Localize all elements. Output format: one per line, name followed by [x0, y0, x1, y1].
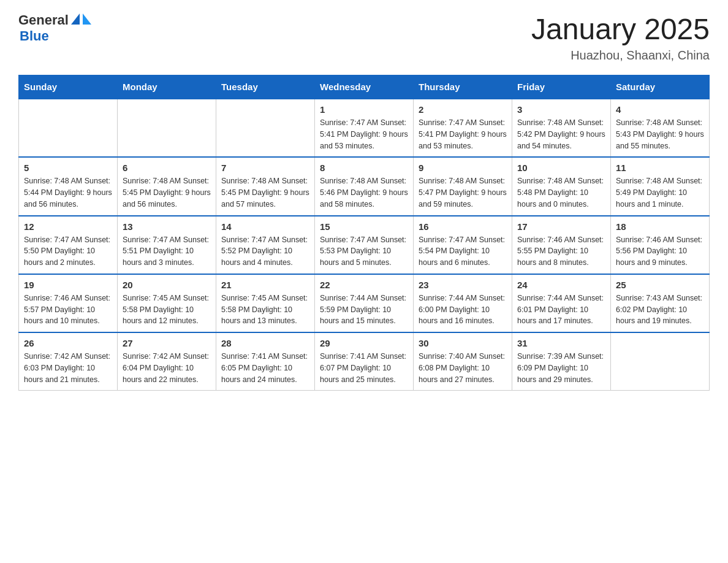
- calendar-cell: 24Sunrise: 7:44 AM Sunset: 6:01 PM Dayli…: [512, 274, 611, 332]
- day-info: Sunrise: 7:44 AM Sunset: 5:59 PM Dayligh…: [320, 293, 408, 327]
- day-number: 1: [320, 104, 408, 115]
- calendar-cell: 5Sunrise: 7:48 AM Sunset: 5:44 PM Daylig…: [19, 157, 118, 215]
- calendar-cell: 11Sunrise: 7:48 AM Sunset: 5:49 PM Dayli…: [611, 157, 710, 215]
- day-info: Sunrise: 7:40 AM Sunset: 6:08 PM Dayligh…: [419, 351, 507, 385]
- header-monday: Monday: [118, 75, 216, 99]
- day-number: 13: [123, 221, 211, 232]
- calendar-week-row: 5Sunrise: 7:48 AM Sunset: 5:44 PM Daylig…: [19, 157, 710, 215]
- day-info: Sunrise: 7:42 AM Sunset: 6:03 PM Dayligh…: [24, 351, 112, 385]
- logo: General Blue: [18, 12, 91, 44]
- day-info: Sunrise: 7:41 AM Sunset: 6:07 PM Dayligh…: [320, 351, 408, 385]
- day-info: Sunrise: 7:47 AM Sunset: 5:53 PM Dayligh…: [320, 234, 408, 269]
- calendar-cell: 18Sunrise: 7:46 AM Sunset: 5:56 PM Dayli…: [611, 216, 710, 274]
- calendar-cell: 2Sunrise: 7:47 AM Sunset: 5:41 PM Daylig…: [414, 99, 512, 157]
- calendar-cell: 25Sunrise: 7:43 AM Sunset: 6:02 PM Dayli…: [611, 274, 710, 332]
- calendar-week-row: 12Sunrise: 7:47 AM Sunset: 5:50 PM Dayli…: [19, 216, 710, 274]
- calendar-cell: 23Sunrise: 7:44 AM Sunset: 6:00 PM Dayli…: [414, 274, 512, 332]
- header-tuesday: Tuesday: [216, 75, 315, 99]
- calendar-cell: 27Sunrise: 7:42 AM Sunset: 6:04 PM Dayli…: [118, 332, 216, 391]
- day-info: Sunrise: 7:39 AM Sunset: 6:09 PM Dayligh…: [517, 351, 605, 385]
- calendar-cell: 16Sunrise: 7:47 AM Sunset: 5:54 PM Dayli…: [414, 216, 512, 274]
- day-number: 17: [517, 221, 605, 232]
- day-info: Sunrise: 7:48 AM Sunset: 5:46 PM Dayligh…: [320, 175, 408, 210]
- day-info: Sunrise: 7:48 AM Sunset: 5:43 PM Dayligh…: [616, 117, 704, 151]
- day-number: 7: [221, 163, 309, 173]
- calendar-cell: 26Sunrise: 7:42 AM Sunset: 6:03 PM Dayli…: [19, 332, 118, 391]
- day-number: 31: [517, 338, 605, 348]
- day-info: Sunrise: 7:47 AM Sunset: 5:54 PM Dayligh…: [419, 234, 507, 269]
- calendar-cell: 20Sunrise: 7:45 AM Sunset: 5:58 PM Dayli…: [118, 274, 216, 332]
- day-number: 28: [221, 338, 309, 348]
- day-number: 26: [24, 338, 112, 348]
- day-number: 19: [24, 280, 112, 290]
- calendar-cell: 12Sunrise: 7:47 AM Sunset: 5:50 PM Dayli…: [19, 216, 118, 274]
- calendar-cell: 22Sunrise: 7:44 AM Sunset: 5:59 PM Dayli…: [315, 274, 414, 332]
- calendar-cell: 14Sunrise: 7:47 AM Sunset: 5:52 PM Dayli…: [216, 216, 315, 274]
- calendar-cell: 28Sunrise: 7:41 AM Sunset: 6:05 PM Dayli…: [216, 332, 315, 391]
- calendar-cell: 29Sunrise: 7:41 AM Sunset: 6:07 PM Dayli…: [315, 332, 414, 391]
- calendar-cell: 31Sunrise: 7:39 AM Sunset: 6:09 PM Dayli…: [512, 332, 611, 391]
- calendar-subtitle: Huazhou, Shaanxi, China: [531, 48, 710, 63]
- day-number: 16: [419, 221, 507, 232]
- day-info: Sunrise: 7:47 AM Sunset: 5:52 PM Dayligh…: [221, 234, 309, 269]
- day-info: Sunrise: 7:41 AM Sunset: 6:05 PM Dayligh…: [221, 351, 309, 385]
- day-info: Sunrise: 7:48 AM Sunset: 5:47 PM Dayligh…: [419, 175, 507, 210]
- day-number: 24: [517, 280, 605, 290]
- calendar-cell: 8Sunrise: 7:48 AM Sunset: 5:46 PM Daylig…: [315, 157, 414, 215]
- day-info: Sunrise: 7:48 AM Sunset: 5:44 PM Dayligh…: [24, 175, 112, 210]
- day-info: Sunrise: 7:47 AM Sunset: 5:41 PM Dayligh…: [419, 117, 507, 151]
- day-info: Sunrise: 7:46 AM Sunset: 5:56 PM Dayligh…: [616, 234, 704, 269]
- calendar-cell: 30Sunrise: 7:40 AM Sunset: 6:08 PM Dayli…: [414, 332, 512, 391]
- header-friday: Friday: [512, 75, 611, 99]
- day-number: 27: [123, 338, 211, 348]
- calendar-header-row: SundayMondayTuesdayWednesdayThursdayFrid…: [19, 75, 710, 99]
- logo-text-general: General: [18, 12, 69, 28]
- day-info: Sunrise: 7:47 AM Sunset: 5:41 PM Dayligh…: [320, 117, 408, 151]
- day-info: Sunrise: 7:46 AM Sunset: 5:55 PM Dayligh…: [517, 234, 605, 269]
- day-number: 21: [221, 280, 309, 290]
- day-number: 10: [517, 163, 605, 173]
- calendar-table: SundayMondayTuesdayWednesdayThursdayFrid…: [18, 75, 710, 391]
- day-number: 30: [419, 338, 507, 348]
- calendar-cell: [216, 99, 315, 157]
- day-info: Sunrise: 7:43 AM Sunset: 6:02 PM Dayligh…: [616, 293, 704, 327]
- day-number: 20: [123, 280, 211, 290]
- title-section: January 2025 Huazhou, Shaanxi, China: [531, 12, 710, 63]
- calendar-cell: 3Sunrise: 7:48 AM Sunset: 5:42 PM Daylig…: [512, 99, 611, 157]
- header-thursday: Thursday: [414, 75, 512, 99]
- calendar-cell: [611, 332, 710, 391]
- day-info: Sunrise: 7:48 AM Sunset: 5:48 PM Dayligh…: [517, 175, 605, 210]
- calendar-cell: 13Sunrise: 7:47 AM Sunset: 5:51 PM Dayli…: [118, 216, 216, 274]
- day-info: Sunrise: 7:48 AM Sunset: 5:42 PM Dayligh…: [517, 117, 605, 151]
- day-number: 25: [616, 280, 704, 290]
- day-number: 4: [616, 104, 704, 115]
- day-number: 6: [123, 163, 211, 173]
- day-info: Sunrise: 7:46 AM Sunset: 5:57 PM Dayligh…: [24, 293, 112, 327]
- day-number: 9: [419, 163, 507, 173]
- day-number: 23: [419, 280, 507, 290]
- calendar-cell: 4Sunrise: 7:48 AM Sunset: 5:43 PM Daylig…: [611, 99, 710, 157]
- calendar-week-row: 19Sunrise: 7:46 AM Sunset: 5:57 PM Dayli…: [19, 274, 710, 332]
- page-header: General Blue January 2025 Huazhou, Shaan…: [18, 12, 710, 63]
- header-wednesday: Wednesday: [315, 75, 414, 99]
- calendar-title: January 2025: [531, 12, 710, 46]
- day-info: Sunrise: 7:42 AM Sunset: 6:04 PM Dayligh…: [123, 351, 211, 385]
- day-info: Sunrise: 7:45 AM Sunset: 5:58 PM Dayligh…: [221, 293, 309, 327]
- day-number: 29: [320, 338, 408, 348]
- calendar-cell: 19Sunrise: 7:46 AM Sunset: 5:57 PM Dayli…: [19, 274, 118, 332]
- calendar-cell: 21Sunrise: 7:45 AM Sunset: 5:58 PM Dayli…: [216, 274, 315, 332]
- day-number: 8: [320, 163, 408, 173]
- header-saturday: Saturday: [611, 75, 710, 99]
- calendar-cell: 17Sunrise: 7:46 AM Sunset: 5:55 PM Dayli…: [512, 216, 611, 274]
- day-number: 18: [616, 221, 704, 232]
- day-info: Sunrise: 7:48 AM Sunset: 5:45 PM Dayligh…: [221, 175, 309, 210]
- calendar-week-row: 1Sunrise: 7:47 AM Sunset: 5:41 PM Daylig…: [19, 99, 710, 157]
- calendar-cell: [19, 99, 118, 157]
- calendar-week-row: 26Sunrise: 7:42 AM Sunset: 6:03 PM Dayli…: [19, 332, 710, 391]
- day-number: 2: [419, 104, 507, 115]
- calendar-cell: 9Sunrise: 7:48 AM Sunset: 5:47 PM Daylig…: [414, 157, 512, 215]
- day-info: Sunrise: 7:48 AM Sunset: 5:45 PM Dayligh…: [123, 175, 211, 210]
- calendar-cell: 1Sunrise: 7:47 AM Sunset: 5:41 PM Daylig…: [315, 99, 414, 157]
- day-number: 3: [517, 104, 605, 115]
- day-number: 5: [24, 163, 112, 173]
